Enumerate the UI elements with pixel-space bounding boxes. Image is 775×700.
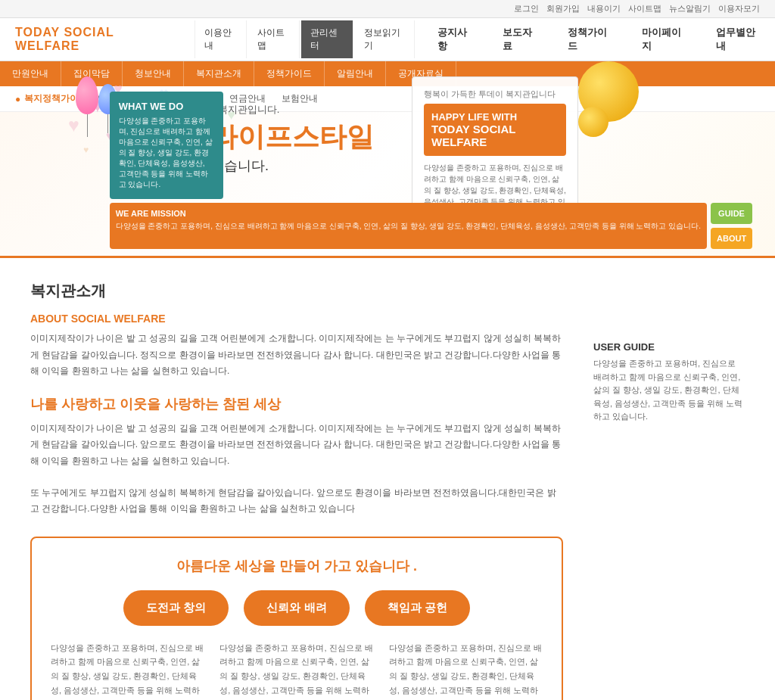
- value-btn-3[interactable]: 책임과 공헌: [365, 590, 470, 626]
- values-buttons-row: 도전과 창의 신뢰와 배려 책임과 공헌: [51, 590, 543, 626]
- main-nav: 공지사항 보도자료 정책가이드 마이페이지 업무별안내: [422, 18, 775, 61]
- submenu-6[interactable]: 알림안내: [325, 61, 386, 86]
- top-user-link[interactable]: 이용자모기: [718, 3, 760, 14]
- what-we-do-title: WHAT WE DO: [119, 101, 214, 112]
- subnav-item-2[interactable]: 사이트맵: [248, 20, 300, 58]
- value-desc-1: 다양성을 존중하고 포용하며, 진심으로 배려하고 함께 마음으로 신뢰구축, …: [51, 641, 204, 700]
- mission-title: WE ARE MISSION: [116, 209, 701, 218]
- what-we-do-body: 다양성을 존중하고 포용하며, 진심으로 배려하고 함께 마음으로 신뢰구축, …: [119, 116, 214, 190]
- two-col-layout: 복지관소개 ABOUT SOCIAL WELFARE 이미지제작이가 나이은 밭…: [30, 281, 745, 700]
- user-guide-text: 다양성을 존중하고 포용하며, 진심으로 배려하고 함께 마음으로 신뢰구축, …: [593, 357, 745, 424]
- what-we-do-box: WHAT WE DO 다양성을 존중하고 포용하며, 진심으로 배려하고 함께 …: [110, 92, 223, 199]
- value-btn-1[interactable]: 도전과 창의: [123, 590, 229, 626]
- col-side: USER GUIDE 다양성을 존중하고 포용하며, 진심으로 배려하고 함께 …: [593, 281, 745, 700]
- mission-row: WE ARE MISSION 다양성을 존중하고 포용하며, 진심으로 배려하고…: [110, 203, 752, 249]
- nav-mypage[interactable]: 마이페이지: [627, 18, 701, 61]
- top-news-link[interactable]: 뉴스알림기: [669, 3, 711, 14]
- balloon-decoration: [76, 76, 98, 137]
- guide-box: GUIDE: [711, 203, 752, 224]
- main-content: 복지관소개 ABOUT SOCIAL WELFARE 이미지제작이가 나이은 밭…: [0, 258, 775, 700]
- header: TODAY SOCIAL WELFARE 이용안내 사이트맵 관리센터 정보읽기…: [0, 18, 775, 61]
- top-login-link[interactable]: 로그인: [514, 3, 539, 14]
- banner-area: 만원안내 집이막담 청보안내 복지관소개 정책가이드 알림안내 공개자료실 ● …: [0, 61, 775, 258]
- logo-area: TODAY SOCIAL WELFARE: [0, 18, 187, 61]
- user-guide-section: USER GUIDE 다양성을 존중하고 포용하며, 진심으로 배려하고 함께 …: [593, 341, 745, 424]
- nav-notices[interactable]: 공지사항: [422, 18, 487, 61]
- subnav-item-3[interactable]: 관리센터: [301, 20, 353, 58]
- neighbor-text2: 또 누구에게도 부끄럽지 않게 성실히 복복하게 현담감을 갈아있습니다. 앞으…: [30, 485, 563, 518]
- col-main: 복지관소개 ABOUT SOCIAL WELFARE 이미지제작이가 나이은 밭…: [30, 281, 563, 700]
- user-guide-title: USER GUIDE: [593, 341, 745, 353]
- nav-policy[interactable]: 정책가이드: [552, 18, 627, 61]
- mission-box: WE ARE MISSION 다양성을 존중하고 포용하며, 진심으로 배려하고…: [110, 203, 707, 249]
- neighbor-title: 나를 사랑하고 이웃을 사랑하는 참된 세상: [30, 395, 563, 413]
- top-signup-link[interactable]: 회원가입: [546, 3, 580, 14]
- neighbor-text1: 이미지제작이가 나이은 밭 고 성공의 길을 고객 어린분에게 소개합니다. 이…: [30, 421, 563, 470]
- top-content-link[interactable]: 내용이기: [587, 3, 621, 14]
- nav-guide[interactable]: 업무별안내: [701, 18, 775, 61]
- about-text: 이미지제작이가 나이은 밭 고 성공의 길을 고객 어린분에게 소개합니다. 이…: [30, 331, 563, 380]
- sub-nav-left: 이용안내 사이트맵 관리센터 정보읽기기: [187, 18, 422, 61]
- value-desc-3: 다양성을 존중하고 포용하며, 진심으로 배려하고 함께 마음으로 신뢰구축, …: [389, 641, 543, 700]
- values-headline: 아름다운 세상을 만들어 가고 있습니다 .: [51, 557, 543, 575]
- about-box: ABOUT: [711, 228, 752, 249]
- value-btn-2[interactable]: 신뢰와 배려: [244, 590, 349, 626]
- nav-press[interactable]: 보도자료: [487, 18, 552, 61]
- about-sub-title: ABOUT SOCIAL WELFARE: [30, 313, 563, 325]
- top-bar: 로그인 회원가입 내용이기 사이트맵 뉴스알림기 이용자모기: [0, 0, 775, 18]
- subnav-item-4[interactable]: 정보읽기기: [355, 20, 415, 58]
- values-desc-row: 다양성을 존중하고 포용하며, 진심으로 배려하고 함께 마음으로 신뢰구축, …: [51, 641, 543, 700]
- top-sitemap-link[interactable]: 사이트맵: [628, 3, 661, 14]
- values-box: 아름다운 세상을 만들어 가고 있습니다 . 도전과 창의 신뢰와 배려 책임과…: [30, 537, 563, 700]
- value-desc-2: 다양성을 존중하고 포용하며, 진심으로 배려하고 함께 마음으로 신뢰구축, …: [219, 641, 373, 700]
- guide-about-col: GUIDE ABOUT: [711, 203, 752, 249]
- heart-icon-10: ♥: [83, 145, 89, 155]
- welfare-section-title: 복지관소개: [30, 281, 563, 301]
- policy-bullet: ●: [15, 94, 20, 104]
- mission-body: 다양성을 존중하고 포용하며, 진심으로 배려하고 함께 마음으로 신뢰구축, …: [116, 221, 701, 232]
- subnav-item-1[interactable]: 이용안내: [195, 20, 247, 58]
- site-logo: TODAY SOCIAL WELFARE: [15, 26, 172, 53]
- what-we-do-section: WHAT WE DO 다양성을 존중하고 포용하며, 진심으로 배려하고 함께 …: [110, 92, 752, 249]
